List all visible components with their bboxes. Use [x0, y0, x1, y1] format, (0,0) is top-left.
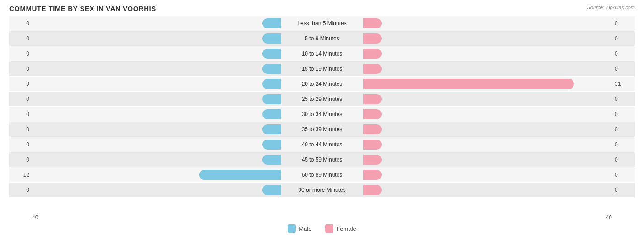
- female-bar-container: [363, 185, 612, 195]
- row-label: 25 to 29 Minutes: [281, 96, 363, 102]
- male-value: 0: [9, 111, 32, 117]
- male-bar: [262, 124, 281, 134]
- female-bar-container: [363, 18, 612, 28]
- row-label: Less than 5 Minutes: [281, 20, 363, 27]
- row-label: 10 to 14 Minutes: [281, 50, 363, 57]
- chart-row: 025 to 29 Minutes0: [9, 92, 635, 106]
- chart-row: 045 to 59 Minutes0: [9, 152, 635, 167]
- chart-row: 040 to 44 Minutes0: [9, 137, 635, 152]
- male-value: 0: [9, 187, 32, 193]
- chart-row: 090 or more Minutes0: [9, 183, 635, 197]
- male-value: 0: [9, 96, 32, 102]
- female-bar: [363, 185, 382, 195]
- source-label: Source: ZipAtlas.com: [587, 5, 635, 10]
- male-value: 0: [9, 156, 32, 163]
- male-value: 0: [9, 141, 32, 148]
- female-bar: [363, 94, 382, 104]
- axis-left-label: 40: [9, 214, 38, 221]
- chart-row: 035 to 39 Minutes0: [9, 122, 635, 137]
- male-bar: [262, 185, 281, 195]
- row-label: 40 to 44 Minutes: [281, 141, 363, 148]
- row-label: 35 to 39 Minutes: [281, 126, 363, 133]
- female-bar-container: [363, 49, 612, 59]
- female-value: 0: [612, 141, 635, 148]
- female-bar: [363, 79, 574, 89]
- female-bar-container: [363, 94, 612, 104]
- female-value: 0: [612, 156, 635, 163]
- female-value: 0: [612, 35, 635, 42]
- male-bar-container: [32, 33, 281, 44]
- row-label: 90 or more Minutes: [281, 187, 363, 193]
- male-bar-container: [32, 170, 281, 180]
- chart-row: 030 to 34 Minutes0: [9, 107, 635, 122]
- female-swatch: [325, 224, 333, 233]
- chart-row: 0Less than 5 Minutes0: [9, 16, 635, 31]
- female-bar: [363, 49, 382, 59]
- chart-title: COMMUTE TIME BY SEX IN VAN VOORHIS: [9, 5, 635, 12]
- male-bar: [262, 94, 281, 104]
- male-bar-container: [32, 185, 281, 195]
- female-bar-container: [363, 109, 612, 119]
- chart-area: 0Less than 5 Minutes005 to 9 Minutes0010…: [9, 16, 635, 213]
- row-label: 15 to 19 Minutes: [281, 66, 363, 72]
- female-value: 0: [612, 20, 635, 27]
- female-bar: [363, 33, 382, 44]
- female-bar: [363, 109, 382, 119]
- female-bar: [363, 124, 382, 134]
- male-bar-container: [32, 94, 281, 104]
- female-value: 0: [612, 187, 635, 193]
- male-bar-container: [32, 18, 281, 28]
- male-bar-container: [32, 64, 281, 74]
- male-bar-container: [32, 79, 281, 89]
- male-bar: [262, 49, 281, 59]
- female-value: 0: [612, 66, 635, 72]
- male-bar: [262, 18, 281, 28]
- female-bar-container: [363, 64, 612, 74]
- male-bar: [262, 155, 281, 165]
- male-bar-container: [32, 140, 281, 150]
- female-value: 0: [612, 96, 635, 102]
- female-bar-container: [363, 170, 612, 180]
- male-value: 12: [9, 172, 32, 178]
- chart-row: 020 to 24 Minutes31: [9, 77, 635, 91]
- female-value: 0: [612, 50, 635, 57]
- row-label: 5 to 9 Minutes: [281, 35, 363, 42]
- chart-row: 05 to 9 Minutes0: [9, 31, 635, 46]
- male-value: 0: [9, 50, 32, 57]
- row-label: 30 to 34 Minutes: [281, 111, 363, 117]
- male-value: 0: [9, 126, 32, 133]
- row-label: 20 to 24 Minutes: [281, 81, 363, 87]
- male-label: Male: [299, 225, 311, 232]
- male-value: 0: [9, 35, 32, 42]
- female-value: 0: [612, 172, 635, 178]
- male-bar-container: [32, 155, 281, 165]
- legend-male: Male: [288, 224, 311, 233]
- female-bar-container: [363, 33, 612, 44]
- row-label: 45 to 59 Minutes: [281, 156, 363, 163]
- legend-area: Male Female: [9, 224, 635, 233]
- male-bar: [262, 79, 281, 89]
- male-bar: [262, 64, 281, 74]
- female-bar: [363, 170, 382, 180]
- female-bar-container: [363, 140, 612, 150]
- chart-row: 015 to 19 Minutes0: [9, 61, 635, 76]
- axis-labels: 40 40: [9, 213, 635, 222]
- female-label: Female: [336, 225, 356, 232]
- male-value: 0: [9, 81, 32, 87]
- male-swatch: [288, 224, 296, 233]
- chart-row: 010 to 14 Minutes0: [9, 46, 635, 61]
- male-bar: [262, 109, 281, 119]
- female-bar-container: [363, 79, 612, 89]
- chart-row: 1260 to 89 Minutes0: [9, 167, 635, 182]
- male-value: 0: [9, 20, 32, 27]
- female-value: 0: [612, 126, 635, 133]
- female-bar: [363, 140, 382, 150]
- chart-container: COMMUTE TIME BY SEX IN VAN VOORHIS Sourc…: [0, 0, 644, 240]
- female-value: 0: [612, 111, 635, 117]
- male-value: 0: [9, 66, 32, 72]
- male-bar-container: [32, 109, 281, 119]
- female-bar: [363, 64, 382, 74]
- male-bar: [262, 140, 281, 150]
- female-value: 31: [612, 81, 635, 87]
- female-bar-container: [363, 155, 612, 165]
